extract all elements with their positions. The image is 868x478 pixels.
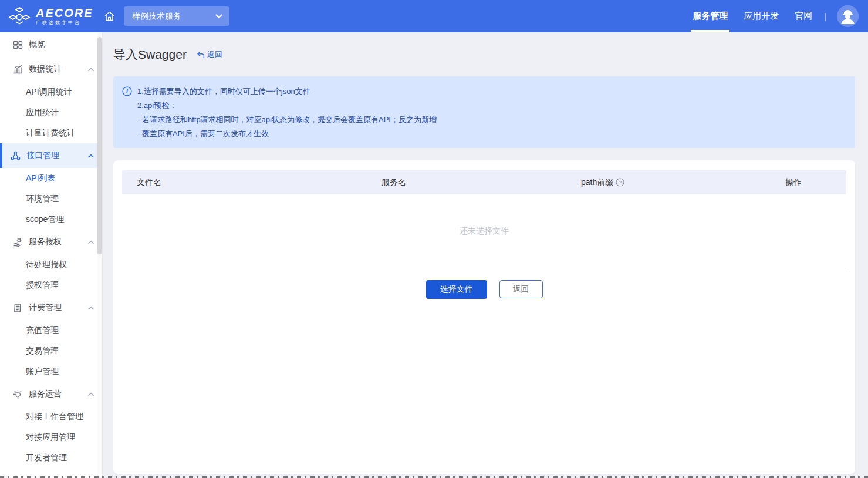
sidebar-scrollbar-thumb[interactable] [97,37,102,254]
sidebar-item-service-operations[interactable]: 服务运营 [0,382,102,406]
notice-banner: i 1.选择需要导入的文件，同时仅可上传一个json文件 2.api预检： - … [113,76,855,148]
sidebar-subitem-integration-app-management[interactable]: 对接应用管理 [0,427,102,447]
sidebar-subitem-pending-authorization[interactable]: 待处理授权 [0,254,102,275]
top-nav-label: 官网 [795,11,812,22]
chevron-up-icon [88,392,94,396]
logo-title: AECORE [36,7,93,19]
stats-icon [13,64,23,75]
sidebar-subitem-env-management[interactable]: 环境管理 [0,188,102,209]
sidebar-item-label: 概览 [29,39,45,50]
billing-icon [13,302,23,313]
file-table-card: 文件名 服务名 path前缀 ? 操作 还未选择文件 [113,160,855,474]
column-header-filename: 文件名 [122,177,380,188]
sidebar-item-label: 服务授权 [29,237,62,247]
sidebar-item-billing-management[interactable]: 计费管理 [0,295,102,320]
empty-state: 还未选择文件 [122,194,846,268]
top-nav-service-management[interactable]: 服务管理 [693,0,728,32]
brand-logo[interactable]: AECORE 广联达数字中台 [8,5,96,28]
notice-line: 1.选择需要导入的文件，同时仅可上传一个json文件 [137,85,437,99]
sidebar-item-label: 接口管理 [26,150,59,161]
sidebar-subitem-authorization-management[interactable]: 授权管理 [0,275,102,295]
sidebar-item-label: 计费管理 [29,302,62,313]
back-link-label: 返回 [207,49,222,60]
chevron-up-icon [88,68,94,72]
table-header-row: 文件名 服务名 path前缀 ? 操作 [122,170,846,194]
workspace-selector-value: 样例技术服务 [132,11,215,22]
main-content: 导入Swagger 返回 i 1.选择需要导入的文件，同时仅可上传 [103,32,868,478]
column-header-service-name: 服务名 [380,177,580,188]
grant-icon [13,237,23,247]
column-header-actions: 操作 [774,177,846,188]
sidebar-subitem-scope-management[interactable]: scope管理 [0,209,102,230]
workspace-selector[interactable]: 样例技术服务 [124,6,229,26]
help-icon[interactable]: ? [616,178,624,187]
sidebar-subitem-account-management[interactable]: 账户管理 [0,361,102,382]
top-nav-app-development[interactable]: 应用开发 [744,0,779,32]
sidebar-subitem-api-list[interactable]: API列表 [0,168,102,188]
active-tab-underline [691,30,729,32]
interface-icon [11,150,21,161]
empty-state-text: 还未选择文件 [460,226,509,237]
notice-line: 2.api预检： [137,99,437,113]
sidebar-subitem-transaction-management[interactable]: 交易管理 [0,341,102,361]
return-button[interactable]: 返回 [499,280,543,298]
svg-text:i: i [126,88,128,95]
top-nav-official-site[interactable]: 官网 [795,0,812,32]
sidebar-item-label: 数据统计 [29,64,62,75]
sidebar-item-overview[interactable]: 概览 [0,32,102,57]
chevron-up-icon [88,240,94,244]
sidebar-item-interface-management[interactable]: 接口管理 [0,143,102,168]
top-header: AECORE 广联达数字中台 样例技术服务 服务管理 应用开发 官网 | [0,0,868,32]
info-icon: i [122,86,132,141]
sidebar-subitem-developer-management[interactable]: 开发者管理 [0,447,102,468]
chevron-down-icon [215,14,222,19]
sidebar-subitem-workbench-management[interactable]: 对接工作台管理 [0,406,102,427]
sidebar: 概览 数据统计 API调用统计 应用统计 计量计费统计 [0,32,103,478]
back-link[interactable]: 返回 [197,49,222,60]
notice-line: - 若请求路径和http请求相同时，对应api状态为修改，提交后会覆盖原有API… [137,113,437,127]
sidebar-item-data-stats[interactable]: 数据统计 [0,57,102,82]
sidebar-subitem-api-call-stats[interactable]: API调用统计 [0,82,102,102]
top-nav-label: 服务管理 [693,11,728,22]
sidebar-subitem-recharge-management[interactable]: 充值管理 [0,320,102,341]
notice-line: - 覆盖原有API后，需要二次发布才生效 [137,127,437,141]
column-header-path-prefix: path前缀 ? [580,177,774,188]
sidebar-subitem-metering-billing-stats[interactable]: 计量计费统计 [0,123,102,143]
home-icon[interactable] [103,10,116,22]
sidebar-subitem-app-stats[interactable]: 应用统计 [0,102,102,123]
column-header-label: path前缀 [581,177,613,188]
top-navigation: 服务管理 应用开发 官网 | [677,0,859,32]
top-nav-label: 应用开发 [744,11,779,22]
page-title: 导入Swagger [113,46,187,63]
sidebar-item-label: 服务运营 [29,389,62,399]
logo-subtitle: 广联达数字中台 [36,21,93,25]
svg-text:?: ? [619,180,622,186]
user-avatar[interactable] [837,5,859,27]
choose-file-button[interactable]: 选择文件 [426,280,487,299]
nav-separator: | [824,12,826,21]
back-arrow-icon [197,51,205,59]
sidebar-item-service-authorization[interactable]: 服务授权 [0,230,102,254]
chevron-up-icon [88,306,94,310]
logo-icon [8,5,31,28]
operations-icon [13,389,23,399]
chevron-up-icon [88,154,94,158]
overview-icon [13,39,23,50]
